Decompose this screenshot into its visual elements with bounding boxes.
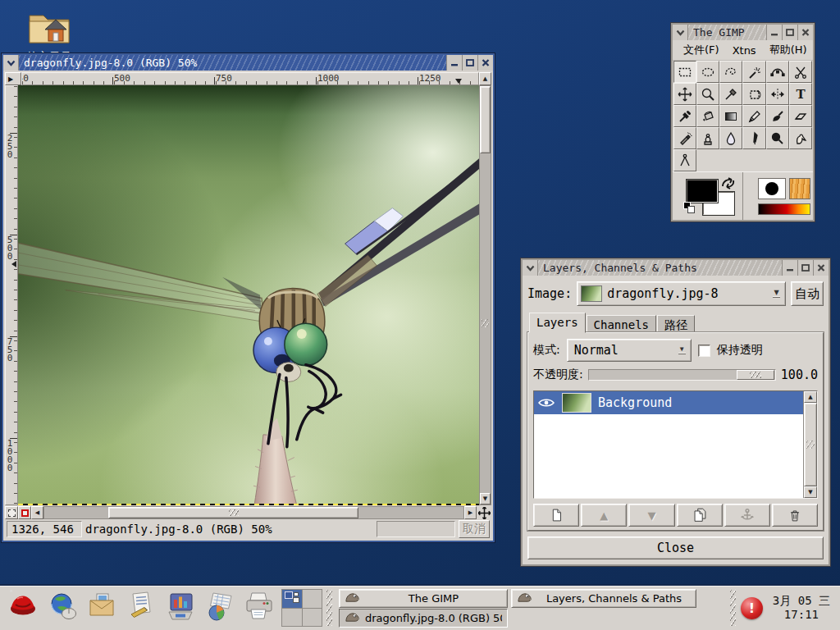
foreground-color-swatch[interactable] (687, 180, 718, 203)
minimize-icon[interactable] (446, 55, 462, 71)
tool-flip-button[interactable] (766, 83, 789, 105)
workspace-4[interactable] (303, 609, 322, 627)
printer-launcher[interactable] (240, 587, 279, 628)
redhat-menu-launcher[interactable] (3, 587, 43, 628)
tool-dodge-burn-button[interactable] (766, 127, 789, 149)
tool-scissors-button[interactable] (789, 61, 812, 83)
layer-list-scrollbar-thumb[interactable] (804, 403, 817, 486)
pattern-preview[interactable] (789, 178, 810, 199)
tool-bezier-select-button[interactable] (766, 61, 789, 83)
taskbar-task-0[interactable]: The GIMP (339, 589, 508, 608)
menu-item-2[interactable]: 帮助(H) (764, 41, 813, 59)
brush-preview[interactable] (758, 178, 786, 199)
taskbar-task-2[interactable]: dragonfly.jpg-8.0 (RGB) 50% (339, 609, 508, 628)
maximize-icon[interactable] (462, 55, 477, 71)
tool-airbrush-button[interactable] (673, 127, 696, 149)
scroll-left-icon[interactable]: ◀ (31, 506, 43, 519)
swap-colors-icon[interactable] (720, 176, 737, 193)
presentation-launcher[interactable] (161, 587, 200, 628)
close-icon[interactable] (813, 260, 829, 276)
layers-titlebar[interactable]: Layers, Channels & Paths (523, 260, 829, 276)
word-processor-launcher[interactable] (121, 587, 161, 628)
tool-crop-button[interactable] (719, 83, 742, 105)
image-menu-button[interactable]: ▶ (5, 72, 21, 85)
email-launcher[interactable] (82, 587, 121, 628)
tool-smudge-button[interactable] (789, 127, 812, 149)
tab-0[interactable]: Layers (529, 313, 586, 333)
horizontal-scrollbar[interactable] (43, 506, 464, 519)
toolbox-titlebar[interactable]: The GIMP (673, 25, 813, 40)
tool-transform-button[interactable] (742, 83, 765, 105)
window-menu-chevron-icon[interactable] (3, 55, 19, 71)
delete-layer-button[interactable] (772, 504, 818, 527)
tool-pencil-button[interactable] (742, 105, 765, 127)
tool-eraser-button[interactable] (789, 105, 812, 127)
new-layer-button[interactable] (533, 504, 579, 527)
tool-bucket-fill-button[interactable] (696, 105, 719, 127)
opacity-slider-thumb[interactable] (737, 370, 774, 380)
tool-gradient-button[interactable] (719, 105, 742, 127)
tool-ellipse-select-button[interactable] (696, 61, 719, 83)
visibility-eye-icon[interactable] (537, 398, 555, 408)
image-select-dropdown[interactable]: dragonfly.jpg-8 ▼ (577, 281, 786, 306)
vertical-scrollbar-thumb[interactable] (480, 86, 491, 153)
workspace-1[interactable] (282, 590, 302, 608)
vertical-scrollbar[interactable]: ▼ (479, 85, 491, 505)
close-button[interactable]: Close (527, 536, 824, 559)
scroll-right-icon[interactable]: ▶ (464, 506, 477, 519)
close-icon[interactable] (477, 55, 493, 71)
tool-zoom-button[interactable] (696, 83, 719, 105)
workspace-3[interactable] (282, 609, 302, 627)
close-icon[interactable] (797, 25, 813, 40)
quickmask-on-button[interactable] (18, 506, 31, 519)
spreadsheet-launcher[interactable] (200, 587, 240, 628)
tab-2[interactable]: 路径 (657, 315, 695, 333)
layer-row[interactable]: Background (534, 391, 803, 414)
tool-convolve-button[interactable] (719, 127, 742, 149)
layer-list-scrollbar[interactable]: ▲ ▼ (803, 391, 817, 498)
tab-1[interactable]: Channels (587, 315, 656, 333)
opacity-slider[interactable] (588, 369, 776, 381)
tool-text-button[interactable]: T (789, 83, 812, 105)
scroll-down-icon[interactable]: ▼ (804, 486, 817, 498)
tool-rect-select-button[interactable] (673, 61, 696, 83)
web-browser-launcher[interactable] (43, 587, 82, 628)
scroll-up-icon[interactable]: ▲ (479, 72, 491, 85)
maximize-icon[interactable] (797, 260, 813, 276)
pan-navigation-icon[interactable] (477, 506, 491, 519)
mode-dropdown[interactable]: Normal ▼ (567, 339, 692, 362)
tool-color-picker-button[interactable] (673, 105, 696, 127)
menu-item-0[interactable]: 文件(F) (678, 41, 725, 59)
tool-free-select-button[interactable] (719, 61, 742, 83)
alert-notification-icon[interactable]: ! (741, 597, 763, 619)
default-colors-icon[interactable] (683, 202, 695, 213)
minimize-icon[interactable] (766, 25, 782, 40)
workspace-pager[interactable] (281, 589, 322, 627)
lower-layer-button[interactable]: ▼ (628, 504, 674, 527)
window-menu-chevron-icon[interactable] (673, 25, 688, 40)
menu-item-1[interactable]: Xtns (727, 43, 762, 58)
horizontal-scrollbar-thumb[interactable] (108, 507, 358, 518)
image-canvas[interactable] (18, 85, 479, 505)
window-menu-chevron-icon[interactable] (523, 260, 538, 276)
tool-move-button[interactable] (673, 83, 696, 105)
raise-layer-button[interactable]: ▲ (581, 504, 627, 527)
clock[interactable]: 3月 05 三 17:11 (766, 594, 837, 622)
cancel-button[interactable]: 取消 (459, 520, 490, 538)
gradient-preview[interactable] (758, 203, 810, 215)
scroll-down-icon[interactable]: ▼ (480, 493, 491, 504)
panel-grip[interactable] (730, 590, 736, 626)
taskbar-task-1[interactable]: Layers, Channels & Paths (511, 589, 696, 608)
tool-fuzzy-select-button[interactable] (742, 61, 765, 83)
tool-ink-button[interactable] (742, 127, 765, 149)
panel-grip[interactable] (326, 590, 332, 626)
workspace-2[interactable] (303, 590, 322, 608)
quickmask-off-button[interactable] (5, 506, 18, 519)
minimize-icon[interactable] (782, 260, 797, 276)
auto-button[interactable]: 自动 (791, 281, 824, 306)
keep-transparent-checkbox[interactable] (698, 345, 710, 357)
image-window-titlebar[interactable]: dragonfly.jpg-8.0 (RGB) 50% (3, 55, 493, 71)
anchor-layer-button[interactable] (724, 504, 770, 527)
tool-clone-button[interactable] (696, 127, 719, 149)
tool-paintbrush-button[interactable] (766, 105, 789, 127)
